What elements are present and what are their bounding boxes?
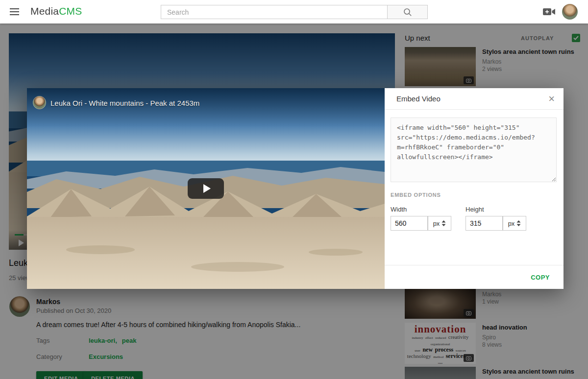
preview-video-title: Leuka Ori - White mountains - Peak at 24… bbox=[50, 99, 199, 107]
width-unit-value: px bbox=[433, 220, 440, 227]
height-unit-select[interactable]: px bbox=[503, 216, 526, 231]
height-unit-value: px bbox=[508, 220, 515, 227]
unfold-arrows-icon bbox=[441, 220, 446, 226]
embed-code-textarea[interactable]: <iframe width="560" height="315" src="ht… bbox=[391, 118, 557, 182]
modal-title: Embed Video bbox=[396, 95, 441, 103]
embed-modal: Leuka Ori - White mountains - Peak at 24… bbox=[27, 88, 564, 289]
search-button[interactable] bbox=[387, 5, 428, 19]
user-avatar[interactable] bbox=[562, 4, 578, 20]
preview-author-avatar[interactable] bbox=[33, 96, 46, 109]
width-label: Width bbox=[391, 206, 407, 213]
embed-preview-player[interactable]: Leuka Ori - White mountains - Peak at 24… bbox=[27, 88, 385, 289]
height-label: Height bbox=[466, 206, 484, 213]
add-video-icon[interactable] bbox=[543, 7, 556, 16]
embed-options-label: EMBED OPTIONS bbox=[391, 192, 441, 198]
close-icon[interactable]: × bbox=[548, 94, 555, 104]
logo-prefix: Media bbox=[30, 5, 59, 17]
copy-button[interactable]: COPY bbox=[531, 274, 550, 281]
menu-icon[interactable] bbox=[10, 8, 19, 15]
logo[interactable]: MediaCMS bbox=[30, 5, 82, 17]
preview-top-gradient bbox=[27, 88, 385, 127]
unfold-arrows-icon bbox=[516, 220, 521, 226]
play-icon bbox=[203, 184, 211, 193]
logo-suffix: CMS bbox=[59, 5, 82, 17]
height-input[interactable] bbox=[466, 216, 503, 231]
width-unit-select[interactable]: px bbox=[428, 216, 451, 231]
width-input[interactable] bbox=[391, 216, 428, 231]
search-icon bbox=[403, 8, 412, 17]
preview-play-button[interactable] bbox=[188, 178, 224, 199]
embed-panel: Embed Video × <iframe width="560" height… bbox=[385, 88, 564, 289]
top-navbar: MediaCMS bbox=[0, 0, 588, 24]
search-input[interactable] bbox=[161, 5, 387, 19]
